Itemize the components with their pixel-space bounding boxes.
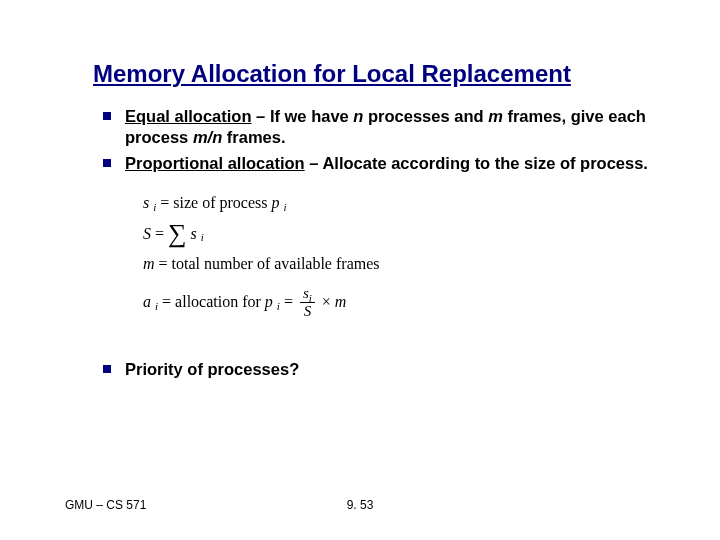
bullet-list: Equal allocation – If we have n processe…: [103, 106, 660, 381]
sub: i: [201, 227, 204, 248]
formula-line: ai = allocation for pi = si S × m: [143, 285, 660, 319]
text: = allocation for: [162, 287, 261, 317]
bullet-item: Priority of processes?: [103, 359, 660, 380]
bullet-icon: [103, 365, 111, 373]
text: ×: [322, 287, 331, 317]
sum-icon: ∑: [168, 224, 187, 245]
bullet-item: Proportional allocation – Allocate accor…: [103, 153, 660, 174]
text: = total number of available frames: [159, 249, 380, 279]
text: = size of process: [160, 188, 267, 218]
sub: i: [277, 296, 280, 317]
text: =: [284, 287, 293, 317]
sym: a: [143, 287, 151, 317]
footer-course: GMU – CS 571: [65, 498, 146, 512]
text: – If we have: [252, 107, 354, 125]
footer-page: 9. 53: [347, 498, 374, 512]
text: frames.: [222, 128, 285, 146]
formula-line: si = size of process pi: [143, 188, 660, 218]
bullet-icon: [103, 112, 111, 120]
bullet-item: Equal allocation – If we have n processe…: [103, 106, 660, 149]
sym: p: [265, 287, 273, 317]
term: Proportional allocation: [125, 154, 305, 172]
sym: s: [143, 188, 149, 218]
text: – Allocate according to the size of proc…: [305, 154, 648, 172]
sub: i: [284, 197, 287, 218]
text: =: [155, 219, 164, 249]
sym: p: [272, 188, 280, 218]
sub: i: [309, 292, 312, 304]
sym: s: [191, 219, 197, 249]
formula-block: si = size of process pi S = ∑ si m = tot…: [143, 188, 660, 319]
var: m/n: [193, 128, 222, 146]
sym: S: [301, 303, 315, 320]
sub: i: [155, 296, 158, 317]
var: n: [353, 107, 363, 125]
text: processes and: [363, 107, 488, 125]
bullet-text: Priority of processes?: [125, 359, 299, 380]
sym: m: [143, 249, 155, 279]
fraction: si S: [300, 285, 315, 319]
sym: m: [335, 287, 347, 317]
slide-title: Memory Allocation for Local Replacement: [93, 60, 660, 88]
term: Equal allocation: [125, 107, 252, 125]
sub: i: [153, 197, 156, 218]
bullet-text: Proportional allocation – Allocate accor…: [125, 153, 648, 174]
bullet-icon: [103, 159, 111, 167]
bullet-text: Equal allocation – If we have n processe…: [125, 106, 660, 149]
formula-line: S = ∑ si: [143, 219, 660, 249]
sym: S: [143, 219, 151, 249]
formula-line: m = total number of available frames: [143, 249, 660, 279]
sym: s: [303, 285, 309, 301]
var: m: [488, 107, 503, 125]
